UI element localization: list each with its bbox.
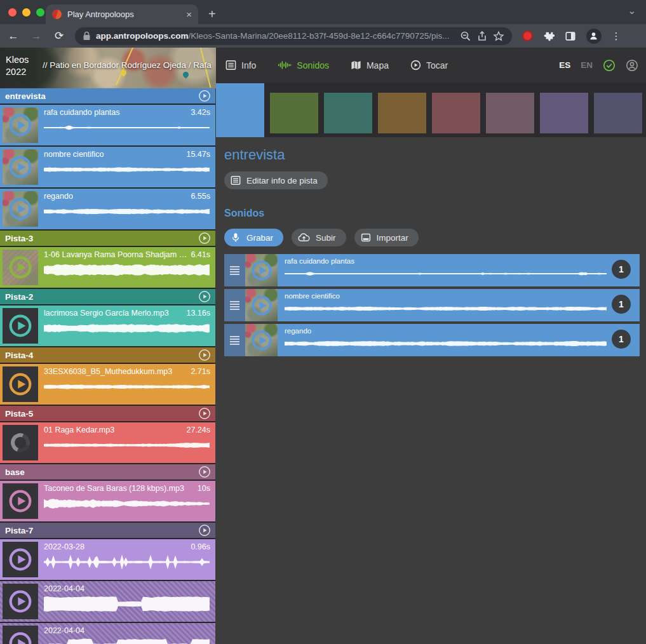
- app-logo[interactable]: Kleos 2022: [6, 54, 29, 78]
- track-play-icon[interactable]: [198, 232, 211, 245]
- track-play-icon[interactable]: [198, 524, 211, 537]
- share-icon[interactable]: [476, 30, 488, 42]
- play-icon[interactable]: [8, 631, 32, 644]
- track-swatch-selected[interactable]: [216, 83, 264, 137]
- browser-tab[interactable]: Play Antropoloops ×: [46, 4, 198, 24]
- sound-thumbnail[interactable]: [3, 483, 38, 519]
- sound-thumbnail[interactable]: [245, 289, 278, 321]
- bookmark-star-icon[interactable]: [493, 30, 504, 42]
- sound-row[interactable]: 2022-03-28 0.96s: [0, 539, 215, 580]
- drag-handle[interactable]: [224, 254, 245, 286]
- nav-item-sonidos[interactable]: Sonidos: [278, 60, 329, 70]
- track-swatch[interactable]: [378, 93, 426, 133]
- sound-row[interactable]: lacrimosa Sergio García Merlo.mp3 13.16s: [0, 305, 215, 346]
- sound-thumbnail[interactable]: [3, 250, 38, 285]
- track-play-icon[interactable]: [198, 290, 211, 303]
- play-icon[interactable]: [8, 547, 32, 572]
- track-header[interactable]: Pista-5: [0, 406, 215, 421]
- url-bar[interactable]: app.antropoloops.com/Kleos-Santa-Marina/…: [75, 27, 512, 45]
- sound-thumbnail[interactable]: [3, 308, 38, 344]
- play-icon[interactable]: [251, 295, 273, 316]
- sound-row[interactable]: 33ESX6038_B5_Muthedukkum.mp3 2.71s: [0, 364, 215, 405]
- import-button[interactable]: Importar: [354, 229, 419, 246]
- recording-extension-icon[interactable]: [522, 30, 533, 41]
- track-swatch[interactable]: [324, 93, 372, 133]
- panel-sound-row[interactable]: rafa cuidando plantas 1: [224, 254, 640, 286]
- sound-row[interactable]: 01 Raga Kedar.mp3 27.24s: [0, 422, 215, 463]
- sync-check-icon[interactable]: [603, 59, 616, 72]
- nav-label: Tocar: [426, 60, 448, 70]
- play-icon[interactable]: [8, 372, 32, 396]
- track-header[interactable]: Pista-2: [0, 289, 215, 304]
- edit-track-info-button[interactable]: Editar info de pista: [224, 171, 328, 189]
- track-swatch[interactable]: [270, 93, 318, 133]
- track-swatch[interactable]: [540, 93, 588, 133]
- play-icon[interactable]: [8, 197, 32, 221]
- account-icon[interactable]: [626, 59, 638, 72]
- sound-thumbnail[interactable]: [3, 191, 38, 227]
- zoom-icon[interactable]: [460, 30, 471, 42]
- track-swatch[interactable]: [432, 93, 480, 133]
- extensions-puzzle-icon[interactable]: [543, 30, 555, 42]
- track-header[interactable]: entrevista: [0, 88, 215, 104]
- profile-avatar[interactable]: [586, 29, 602, 44]
- lang-en-button[interactable]: EN: [581, 60, 593, 70]
- play-icon[interactable]: [251, 330, 273, 351]
- panel-sound-row[interactable]: nombre cientifico 1: [224, 289, 640, 321]
- sound-row[interactable]: regando 6.55s: [0, 189, 215, 229]
- sound-row[interactable]: nombre cientifico 15.47s: [0, 147, 215, 187]
- track-play-icon[interactable]: [198, 90, 211, 102]
- sound-thumbnail[interactable]: [3, 366, 38, 402]
- record-button[interactable]: Grabar: [224, 229, 283, 246]
- browser-menu-icon[interactable]: ⋮: [612, 30, 619, 42]
- sound-row[interactable]: 2022-04-04: [0, 623, 215, 644]
- sound-thumbnail[interactable]: [3, 626, 38, 644]
- drag-handle[interactable]: [224, 324, 245, 356]
- tab-search-chevron-icon[interactable]: ⌄: [628, 5, 636, 17]
- sound-row[interactable]: rafa cuidando plantas 3.42s: [0, 105, 215, 145]
- nav-item-tocar[interactable]: Tocar: [410, 60, 448, 70]
- window-minimize-button[interactable]: [22, 8, 30, 17]
- side-panel-icon[interactable]: [565, 30, 576, 42]
- track-swatch[interactable]: [594, 93, 642, 133]
- play-icon[interactable]: [8, 113, 32, 137]
- sound-row[interactable]: Taconeo de Sara Baras (128 kbps).mp3 10s: [0, 481, 215, 521]
- new-tab-button[interactable]: +: [208, 5, 216, 23]
- track-swatch[interactable]: [486, 93, 534, 133]
- back-button[interactable]: ←: [6, 30, 20, 43]
- play-icon[interactable]: [8, 155, 32, 179]
- nav-label: Info: [241, 60, 256, 70]
- nav-item-mapa[interactable]: Mapa: [351, 60, 389, 70]
- sound-thumbnail[interactable]: [3, 149, 38, 185]
- track-play-icon[interactable]: [198, 407, 211, 420]
- upload-button[interactable]: Subir: [292, 229, 346, 246]
- sound-thumbnail[interactable]: [3, 542, 38, 577]
- tab-close-icon[interactable]: ×: [186, 9, 192, 20]
- play-icon[interactable]: [8, 489, 32, 513]
- sound-row[interactable]: 2022-04-04: [0, 581, 215, 622]
- sound-thumbnail[interactable]: [245, 254, 278, 286]
- play-icon[interactable]: [251, 260, 273, 281]
- track-play-icon[interactable]: [198, 349, 211, 361]
- panel-sound-row[interactable]: regando 1: [224, 324, 640, 356]
- track-header[interactable]: base: [0, 464, 215, 480]
- play-icon[interactable]: [8, 589, 32, 614]
- track-header[interactable]: Pista-7: [0, 523, 215, 538]
- track-header[interactable]: Pista-3: [0, 231, 215, 246]
- track-play-icon[interactable]: [198, 466, 211, 478]
- nav-item-info[interactable]: Info: [225, 60, 256, 70]
- sound-row[interactable]: 1-06 Lavanya Rama Poorna Shadjam Rupak..…: [0, 247, 215, 288]
- sound-thumbnail[interactable]: [3, 584, 38, 619]
- play-icon[interactable]: [8, 255, 32, 279]
- sound-thumbnail[interactable]: [3, 425, 38, 460]
- window-zoom-button[interactable]: [36, 8, 44, 17]
- window-close-button[interactable]: [8, 8, 17, 17]
- sound-thumbnail[interactable]: [245, 324, 278, 356]
- forward-button[interactable]: →: [29, 30, 43, 43]
- drag-handle[interactable]: [224, 289, 245, 321]
- track-header[interactable]: Pista-4: [0, 347, 215, 363]
- reload-button[interactable]: ⟳: [52, 29, 66, 43]
- play-icon[interactable]: [8, 314, 32, 338]
- sound-thumbnail[interactable]: [3, 107, 38, 143]
- lang-es-button[interactable]: ES: [559, 60, 570, 70]
